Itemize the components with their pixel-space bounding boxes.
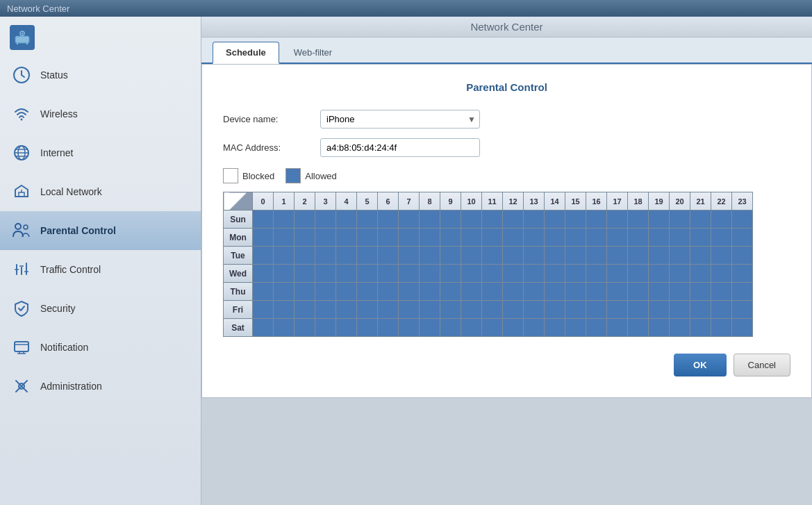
schedule-cell[interactable]	[482, 210, 503, 229]
schedule-cell[interactable]	[524, 283, 545, 301]
schedule-cell[interactable]	[315, 319, 336, 337]
schedule-cell[interactable]	[440, 229, 461, 247]
ok-button[interactable]: OK	[674, 354, 727, 376]
schedule-cell[interactable]	[440, 319, 461, 337]
schedule-cell[interactable]	[399, 229, 420, 247]
sidebar-item-administration[interactable]: Administration	[0, 367, 201, 406]
schedule-cell[interactable]	[565, 247, 586, 265]
schedule-cell[interactable]	[274, 283, 295, 301]
schedule-cell[interactable]	[253, 301, 274, 319]
schedule-cell[interactable]	[690, 229, 711, 247]
tab-web-filter[interactable]: Web-filter	[281, 42, 345, 63]
schedule-cell[interactable]	[482, 229, 503, 247]
schedule-cell[interactable]	[295, 247, 315, 265]
schedule-cell[interactable]	[545, 265, 565, 283]
schedule-cell[interactable]	[399, 301, 420, 319]
schedule-cell[interactable]	[711, 265, 732, 283]
schedule-cell[interactable]	[503, 301, 524, 319]
schedule-cell[interactable]	[607, 210, 628, 229]
schedule-cell[interactable]	[253, 229, 274, 247]
schedule-cell[interactable]	[461, 283, 482, 301]
schedule-cell[interactable]	[628, 210, 649, 229]
schedule-cell[interactable]	[440, 210, 461, 229]
schedule-cell[interactable]	[378, 301, 399, 319]
schedule-cell[interactable]	[378, 210, 399, 229]
schedule-cell[interactable]	[440, 247, 461, 265]
schedule-cell[interactable]	[378, 247, 399, 265]
schedule-cell[interactable]	[420, 301, 440, 319]
schedule-cell[interactable]	[420, 283, 440, 301]
schedule-cell[interactable]	[732, 265, 753, 283]
schedule-cell[interactable]	[440, 265, 461, 283]
schedule-cell[interactable]	[690, 301, 711, 319]
schedule-cell[interactable]	[315, 229, 336, 247]
schedule-cell[interactable]	[607, 247, 628, 265]
schedule-cell[interactable]	[670, 229, 690, 247]
schedule-cell[interactable]	[503, 283, 524, 301]
schedule-cell[interactable]	[440, 283, 461, 301]
schedule-cell[interactable]	[420, 265, 440, 283]
schedule-cell[interactable]	[670, 319, 690, 337]
schedule-cell[interactable]	[545, 301, 565, 319]
schedule-cell[interactable]	[503, 210, 524, 229]
schedule-cell[interactable]	[732, 247, 753, 265]
schedule-cell[interactable]	[649, 247, 670, 265]
schedule-cell[interactable]	[336, 283, 357, 301]
schedule-cell[interactable]	[628, 319, 649, 337]
schedule-cell[interactable]	[586, 229, 607, 247]
schedule-cell[interactable]	[274, 265, 295, 283]
schedule-cell[interactable]	[607, 283, 628, 301]
schedule-cell[interactable]	[274, 229, 295, 247]
device-name-input[interactable]	[320, 110, 480, 129]
schedule-cell[interactable]	[503, 229, 524, 247]
schedule-cell[interactable]	[545, 210, 565, 229]
schedule-cell[interactable]	[565, 319, 586, 337]
schedule-cell[interactable]	[420, 210, 440, 229]
schedule-cell[interactable]	[545, 283, 565, 301]
mac-address-input[interactable]	[320, 138, 480, 157]
schedule-cell[interactable]	[586, 319, 607, 337]
schedule-cell[interactable]	[649, 229, 670, 247]
sidebar-item-traffic-control[interactable]: Traffic Control	[0, 250, 201, 289]
schedule-cell[interactable]	[670, 265, 690, 283]
schedule-cell[interactable]	[503, 319, 524, 337]
schedule-cell[interactable]	[336, 210, 357, 229]
schedule-cell[interactable]	[336, 265, 357, 283]
schedule-cell[interactable]	[357, 247, 378, 265]
schedule-cell[interactable]	[732, 210, 753, 229]
sidebar-item-wireless[interactable]: Wireless	[0, 94, 201, 133]
schedule-cell[interactable]	[524, 210, 545, 229]
schedule-cell[interactable]	[315, 265, 336, 283]
schedule-cell[interactable]	[545, 319, 565, 337]
schedule-cell[interactable]	[253, 319, 274, 337]
schedule-cell[interactable]	[711, 229, 732, 247]
schedule-cell[interactable]	[628, 283, 649, 301]
schedule-cell[interactable]	[461, 229, 482, 247]
schedule-cell[interactable]	[690, 319, 711, 337]
schedule-cell[interactable]	[732, 301, 753, 319]
schedule-cell[interactable]	[420, 319, 440, 337]
schedule-cell[interactable]	[732, 283, 753, 301]
schedule-cell[interactable]	[357, 229, 378, 247]
schedule-cell[interactable]	[399, 210, 420, 229]
schedule-cell[interactable]	[378, 229, 399, 247]
schedule-cell[interactable]	[690, 265, 711, 283]
schedule-cell[interactable]	[315, 210, 336, 229]
schedule-cell[interactable]	[253, 210, 274, 229]
schedule-cell[interactable]	[732, 229, 753, 247]
schedule-cell[interactable]	[628, 265, 649, 283]
schedule-cell[interactable]	[524, 229, 545, 247]
schedule-cell[interactable]	[357, 319, 378, 337]
schedule-cell[interactable]	[545, 229, 565, 247]
schedule-cell[interactable]	[690, 283, 711, 301]
schedule-cell[interactable]	[295, 319, 315, 337]
schedule-cell[interactable]	[295, 301, 315, 319]
schedule-cell[interactable]	[586, 301, 607, 319]
schedule-cell[interactable]	[295, 210, 315, 229]
schedule-cell[interactable]	[315, 283, 336, 301]
schedule-cell[interactable]	[670, 301, 690, 319]
schedule-cell[interactable]	[524, 301, 545, 319]
schedule-cell[interactable]	[565, 301, 586, 319]
schedule-cell[interactable]	[670, 283, 690, 301]
tab-schedule[interactable]: Schedule	[213, 42, 279, 64]
